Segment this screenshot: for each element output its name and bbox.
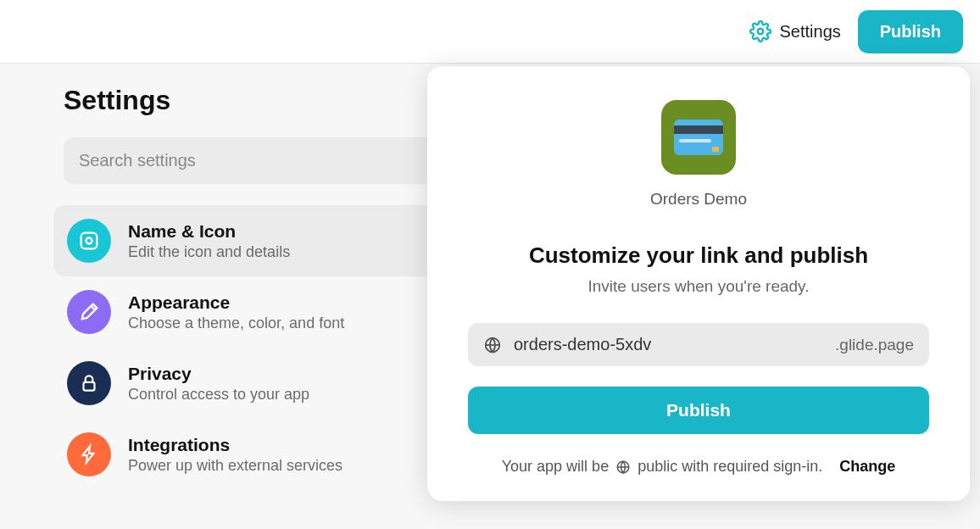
credit-card-icon bbox=[674, 120, 723, 155]
setting-desc: Control access to your app bbox=[128, 386, 309, 404]
settings-link[interactable]: Settings bbox=[749, 20, 841, 42]
visibility-text: public with required sign-in. bbox=[638, 458, 822, 476]
svg-rect-3 bbox=[84, 382, 95, 391]
bolt-icon bbox=[67, 432, 111, 476]
svg-point-2 bbox=[86, 238, 92, 244]
publish-popover: Orders Demo Customize your link and publ… bbox=[427, 66, 970, 501]
setting-desc: Power up with external services bbox=[128, 457, 342, 475]
page-title: Settings bbox=[64, 85, 437, 116]
sidebar-item-appearance[interactable]: Appearance Choose a theme, color, and fo… bbox=[53, 276, 437, 348]
brush-icon bbox=[67, 290, 111, 334]
svg-point-0 bbox=[757, 29, 763, 35]
settings-label: Settings bbox=[780, 22, 841, 42]
setting-desc: Edit the icon and details bbox=[128, 243, 290, 261]
app-icon bbox=[661, 100, 736, 175]
sidebar-item-name-icon[interactable]: Name & Icon Edit the icon and details bbox=[53, 205, 437, 276]
search-input[interactable] bbox=[64, 137, 437, 184]
publish-button-main[interactable]: Publish bbox=[468, 387, 929, 434]
popover-subtitle: Invite users when you're ready. bbox=[588, 277, 810, 296]
visibility-prefix: Your app will be bbox=[502, 458, 609, 476]
setting-desc: Choose a theme, color, and font bbox=[128, 315, 344, 332]
setting-text: Name & Icon Edit the icon and details bbox=[128, 221, 290, 261]
gear-icon bbox=[749, 20, 771, 42]
setting-text: Privacy Control access to your app bbox=[128, 364, 309, 404]
settings-sidebar: Settings Name & Icon Edit the icon and d… bbox=[38, 64, 437, 529]
popover-title: Customize your link and publish bbox=[529, 242, 868, 269]
change-link[interactable]: Change bbox=[839, 458, 895, 476]
gutter bbox=[0, 64, 38, 529]
setting-text: Appearance Choose a theme, color, and fo… bbox=[128, 292, 344, 332]
sidebar-item-privacy[interactable]: Privacy Control access to your app bbox=[53, 348, 437, 419]
camera-icon bbox=[67, 219, 111, 263]
subdomain-input[interactable] bbox=[514, 335, 823, 354]
app-name: Orders Demo bbox=[650, 190, 747, 209]
setting-title: Integrations bbox=[128, 435, 342, 455]
setting-title: Privacy bbox=[128, 364, 309, 384]
settings-list: Name & Icon Edit the icon and details Ap… bbox=[64, 205, 437, 490]
link-row: .glide.page bbox=[468, 323, 929, 366]
globe-icon bbox=[615, 459, 631, 475]
setting-title: Name & Icon bbox=[128, 221, 290, 242]
setting-title: Appearance bbox=[128, 292, 344, 313]
svg-rect-1 bbox=[81, 233, 97, 249]
visibility-row: Your app will be public with required si… bbox=[502, 458, 896, 476]
lock-icon bbox=[67, 361, 111, 405]
link-suffix: .glide.page bbox=[835, 336, 914, 354]
sidebar-item-integrations[interactable]: Integrations Power up with external serv… bbox=[53, 419, 437, 490]
setting-text: Integrations Power up with external serv… bbox=[128, 435, 342, 475]
globe-icon bbox=[483, 336, 502, 354]
topbar: Settings Publish bbox=[0, 0, 980, 64]
publish-button-top[interactable]: Publish bbox=[858, 10, 963, 53]
